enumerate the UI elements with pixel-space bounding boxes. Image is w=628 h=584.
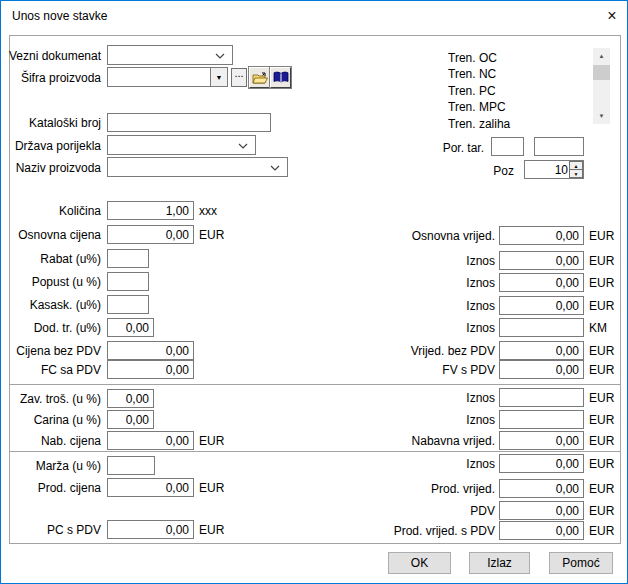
iznos-5-unit: EUR [589,413,614,427]
prod-vrijed-s-pdv-input[interactable] [499,521,584,540]
group-separator [9,384,621,385]
iznos-4-unit: EUR [589,391,614,405]
nabavna-vrijed-input[interactable] [499,431,584,450]
naziv-proizvoda-combobox[interactable] [107,157,288,177]
sifra-proizvoda-label: Šifra proizvoda [3,71,101,85]
chevron-down-icon [238,143,248,149]
scrollbar-thumb[interactable] [593,65,610,80]
drzava-porijekla-label: Država porijekla [3,139,101,153]
pc-s-pdv-label: PC s PDV [3,523,101,537]
iznos-6-input[interactable] [499,454,584,473]
prod-vrijed-s-pdv-unit: EUR [589,524,614,538]
por-tar-input-1[interactable] [491,137,524,156]
kasask-input[interactable] [107,295,149,314]
iznos-1-input[interactable] [499,251,584,270]
tren-nc-label: Tren. NC [448,67,496,81]
osnovna-vrijed-input[interactable] [499,226,584,245]
tren-scrollbar[interactable]: ▲ ▼ [593,48,610,124]
fv-s-pdv-unit: EUR [589,363,614,377]
prod-vrijed-input[interactable] [499,479,584,498]
tren-oc-label: Tren. OC [448,51,497,65]
carina-label: Carina (u %) [3,413,101,427]
vezni-dokumenat-label: Vezni dokumenat [3,49,101,63]
vrijed-bez-pdv-unit: EUR [589,344,614,358]
dod-tr-input[interactable] [107,318,154,337]
close-icon[interactable]: × [599,3,625,29]
pdv-label: PDV [321,504,495,518]
drzava-porijekla-combobox[interactable] [107,135,256,155]
pc-s-pdv-unit: EUR [199,523,224,537]
poz-stepper[interactable]: 10 ▲ ▼ [524,160,584,179]
kasask-label: Kasask. (u%) [3,298,101,312]
scroll-down-icon[interactable]: ▼ [593,108,610,124]
popust-input[interactable] [107,272,149,291]
iznos-2-label: Iznos [321,276,495,290]
nabavna-vrijed-label: Nabavna vrijed. [321,434,495,448]
tren-pc-label: Tren. PC [448,84,496,98]
vezni-dokumenat-combobox[interactable] [107,45,233,65]
osnovna-cijena-label: Osnovna cijena [3,228,101,242]
dropdown-arrow-icon[interactable]: ▼ [210,68,227,86]
open-folder-button[interactable] [249,67,270,88]
osnovna-cijena-input[interactable] [107,225,194,244]
prod-cijena-label: Prod. cijena [3,481,101,495]
window-title: Unos nove stavke [12,9,107,23]
rabat-input[interactable] [107,249,149,268]
naziv-proizvoda-label: Naziv proizvoda [3,161,101,175]
por-tar-input-2[interactable] [534,137,584,156]
nab-cijena-input[interactable] [107,431,194,450]
vrijed-bez-pdv-label: Vrijed. bez PDV [321,344,495,358]
iznos-4-input[interactable] [499,388,584,407]
iznos-km-label: Iznos [321,321,495,335]
prod-cijena-input[interactable] [107,478,194,497]
iznos-1-unit: EUR [589,254,614,268]
fc-sa-pdv-input[interactable] [107,360,194,379]
iznos-3-unit: EUR [589,299,614,313]
sifra-proizvoda-combobox[interactable]: ▼ [107,67,228,87]
popust-label: Popust (u %) [3,275,101,289]
iznos-3-input[interactable] [499,296,584,315]
open-folder-icon [252,71,268,85]
prod-cijena-unit: EUR [199,481,224,495]
spin-down-icon[interactable]: ▼ [569,169,583,178]
tren-mpc-label: Tren. MPC [448,100,506,114]
iznos-5-label: Iznos [321,413,495,427]
iznos-5-input[interactable] [499,410,584,429]
kolicina-input[interactable] [107,201,194,220]
iznos-6-label: Iznos [321,457,495,471]
prod-vrijed-unit: EUR [589,482,614,496]
scroll-up-icon[interactable]: ▲ [593,48,610,64]
pomoc-button[interactable]: Pomoć [549,552,613,574]
catalog-book-button[interactable] [270,67,291,88]
ok-button[interactable]: OK [388,552,451,574]
iznos-2-input[interactable] [499,273,584,292]
fv-s-pdv-label: FV s PDV [321,363,495,377]
book-icon [273,71,289,84]
por-tar-label: Por. tar. [381,141,484,155]
marza-label: Marža (u %) [3,459,101,473]
zav-tros-label: Zav. troš. (u %) [3,392,101,406]
browse-ellipsis-button[interactable]: ... [231,68,247,87]
pc-s-pdv-input[interactable] [107,520,194,539]
dialog-unos-nove-stavke: Unos nove stavke × Vezni dokumenat Šifra… [0,0,628,584]
iznos-6-unit: EUR [589,457,614,471]
rabat-label: Rabat (u%) [3,252,101,266]
vrijed-bez-pdv-input[interactable] [499,341,584,360]
kataloski-broj-input[interactable] [107,113,271,132]
group-separator [9,451,621,452]
izlaz-button[interactable]: Izlaz [469,552,530,574]
fc-sa-pdv-label: FC sa PDV [3,363,101,377]
osnovna-vrijed-label: Osnovna vrijed. [321,229,495,243]
cijena-bez-pdv-input[interactable] [107,341,194,360]
poz-value: 10 [525,163,568,177]
fv-s-pdv-input[interactable] [499,360,584,379]
carina-input[interactable] [107,410,154,429]
iznos-km-unit: KM [589,321,607,335]
iznos-1-label: Iznos [321,254,495,268]
marza-input[interactable] [107,456,155,475]
zav-tros-input[interactable] [107,389,154,408]
pdv-input[interactable] [499,501,584,520]
chevron-down-icon [215,53,225,59]
nabavna-vrijed-unit: EUR [589,434,614,448]
iznos-km-input[interactable] [499,318,584,337]
